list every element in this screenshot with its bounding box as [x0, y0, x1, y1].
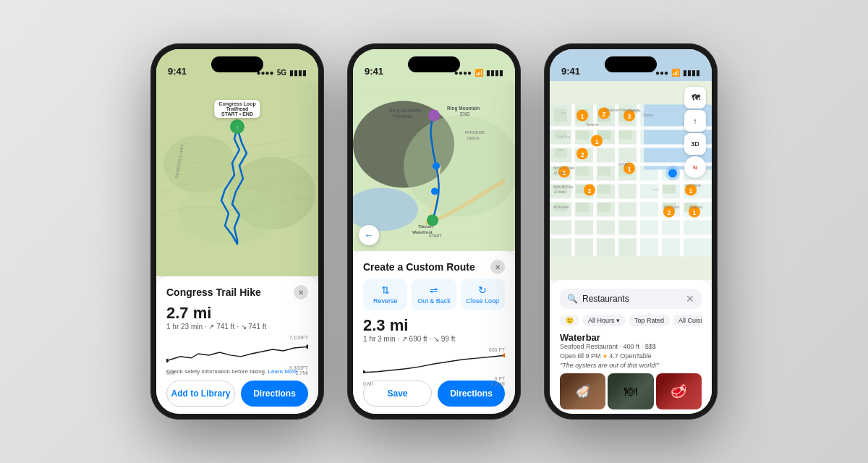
map-area-2[interactable]: Ring Mountain Preserve Ring Mountain END…: [353, 81, 515, 251]
svg-point-16: [431, 188, 438, 195]
svg-point-11: [404, 116, 515, 217]
bottom-panel-1: Congress Trail Hike ✕ 2.7 mi 1 hr 23 min…: [156, 276, 318, 414]
restaurant-photos: 🦪 🍽 🥩: [560, 373, 702, 409]
restaurant-photo-2: 🍽: [608, 373, 653, 409]
battery-icon-2: ▮▮▮▮: [486, 69, 503, 77]
svg-text:↑: ↑: [236, 124, 239, 131]
bottom-panel-2: Create a Custom Route ✕ ⇅ Reverse ⇌ Out …: [353, 251, 515, 414]
north-button[interactable]: N: [684, 156, 706, 178]
restaurant-card[interactable]: Waterbar Seafood Restaurant · 400 ft · $…: [560, 332, 702, 409]
elevation-chart-2: 600 FT 0 FT 0 MI 2.2 MI: [363, 347, 505, 378]
trail-title: Congress Trail Hike: [166, 286, 261, 298]
svg-text:2: 2: [587, 187, 591, 195]
svg-text:2: 2: [580, 151, 584, 158]
rating-filter[interactable]: Top Rated: [629, 315, 670, 326]
iphone-3: 9:41 ●●● 📶 ▮▮▮▮: [544, 43, 718, 420]
iphone-1-screen: 9:41 ●●●● 5G ▮▮▮▮: [156, 49, 318, 414]
svg-text:Epic Steak: Epic Steak: [686, 184, 702, 187]
svg-text:START: START: [429, 234, 442, 238]
restaurant-photo-1: 🦪: [560, 373, 605, 409]
iphone-3-screen: 9:41 ●●● 📶 ▮▮▮▮: [550, 49, 712, 414]
elevation-chart-1: 7,100FT 6,800FT 0MI 2.7MI: [166, 335, 308, 365]
svg-text:Perry's: Perry's: [629, 109, 641, 113]
dynamic-island-3: [605, 56, 657, 72]
location-button[interactable]: ↑: [684, 110, 706, 132]
route-options: ⇅ Reverse ⇌ Out & Back ↻ Close Loop: [363, 279, 505, 310]
svg-text:Waterbar: Waterbar: [689, 205, 703, 209]
svg-rect-41: [637, 105, 640, 257]
svg-text:1: 1: [627, 166, 631, 173]
svg-rect-42: [658, 170, 662, 257]
close-loop-option[interactable]: ↻ Close Loop: [461, 279, 505, 310]
svg-text:PARADISE: PARADISE: [465, 130, 485, 135]
back-button-2[interactable]: ←: [359, 225, 379, 245]
battery-icon-1: ▮▮▮▮: [289, 69, 307, 77]
svg-point-8: [306, 344, 308, 349]
svg-text:+2 more: +2 more: [553, 171, 566, 175]
panel-header-1: Congress Trail Hike ✕: [166, 285, 308, 300]
status-time-1: 9:41: [168, 66, 187, 77]
iphone-1: 9:41 ●●●● 5G ▮▮▮▮: [150, 43, 324, 420]
svg-text:+1 more: +1 more: [553, 190, 566, 194]
search-clear-icon[interactable]: ✕: [686, 293, 694, 305]
restaurant-photo-3: 🥩: [656, 373, 702, 409]
map-view-button[interactable]: 🗺: [684, 87, 706, 109]
svg-point-26: [363, 370, 365, 373]
restaurant-quote: "The oysters are out of this world!": [560, 362, 702, 369]
svg-rect-61: [576, 203, 589, 212]
svg-rect-62: [597, 203, 610, 212]
restaurant-name: Waterbar: [560, 332, 702, 343]
svg-rect-52: [619, 131, 632, 140]
dynamic-island-2: [408, 56, 460, 72]
stars-icon: ★: [603, 353, 609, 360]
svg-rect-55: [597, 167, 610, 176]
svg-text:1: 1: [580, 113, 584, 120]
svg-rect-63: [663, 185, 676, 194]
map-controls-3: 🗺 ↑ 3D N: [684, 87, 706, 178]
trail-stats: 1 hr 23 min · ↗ 741 ft · ↘ 741 ft: [166, 323, 308, 331]
network-badge-1: 5G: [277, 69, 286, 77]
svg-text:ed Rooster: ed Rooster: [553, 205, 570, 209]
svg-text:3: 3: [627, 113, 631, 120]
filter-row: 🙂 All Hours ▾ Top Rated All Cuisines ▾: [560, 315, 702, 326]
wifi-icon-3: 📶: [671, 69, 680, 77]
directions-button-1[interactable]: Directions: [241, 381, 308, 407]
svg-rect-43: [680, 170, 684, 257]
3d-button[interactable]: 3D: [684, 133, 706, 155]
reverse-icon: ⇅: [381, 284, 390, 296]
out-back-option[interactable]: ⇌ Out & Back: [412, 279, 456, 310]
svg-text:Pita Gyros: Pita Gyros: [664, 205, 680, 209]
cuisines-filter[interactable]: All Cuisines ▾: [673, 315, 702, 326]
hours-filter[interactable]: All Hours ▾: [582, 315, 626, 326]
route-title: Create a Custom Route: [363, 261, 475, 273]
svg-text:Yank Sing: Yank Sing: [557, 135, 570, 138]
reverse-option[interactable]: ⇅ Reverse: [363, 279, 407, 310]
svg-text:DRIVE: DRIVE: [467, 136, 480, 140]
dynamic-island-1: [211, 56, 263, 72]
map-area-1[interactable]: GENERALS HWY ↑ Congress Loop Trailhead S…: [156, 81, 318, 276]
map-area-3[interactable]: 1 2 3 1 2 1 2 1 1 1 2: [550, 81, 712, 280]
bottom-panel-3: 🔍 Restaurants ✕ 🙂 All Hours ▾ Top Rated …: [550, 280, 712, 414]
svg-point-1: [163, 135, 236, 193]
smiley-filter[interactable]: 🙂: [560, 315, 579, 326]
status-time-2: 9:41: [365, 66, 383, 77]
svg-text:GOZU: GOZU: [618, 162, 629, 166]
route-distance: 2.3 mi: [363, 316, 505, 335]
close-btn-2[interactable]: ✕: [490, 260, 505, 274]
svg-text:Ring Mountain: Ring Mountain: [389, 108, 422, 114]
svg-rect-59: [597, 185, 610, 194]
svg-rect-39: [593, 105, 597, 257]
status-time-3: 9:41: [561, 66, 580, 77]
search-bar[interactable]: 🔍 Restaurants ✕: [560, 289, 702, 309]
panel-header-2: Create a Custom Route ✕: [363, 260, 505, 274]
search-text: Restaurants: [582, 294, 681, 304]
svg-text:2: 2: [667, 209, 671, 216]
route-stats: 1 hr 3 min · ↗ 690 ft · ↘ 99 ft: [363, 335, 505, 343]
close-btn-1[interactable]: ✕: [294, 285, 308, 300]
add-to-library-button[interactable]: Add to Library: [166, 381, 235, 407]
svg-point-13: [428, 110, 440, 122]
svg-text:1: 1: [595, 138, 598, 145]
status-icons-1: ●●●● 5G ▮▮▮▮: [256, 69, 307, 77]
svg-rect-54: [576, 167, 589, 176]
svg-point-27: [503, 353, 505, 357]
